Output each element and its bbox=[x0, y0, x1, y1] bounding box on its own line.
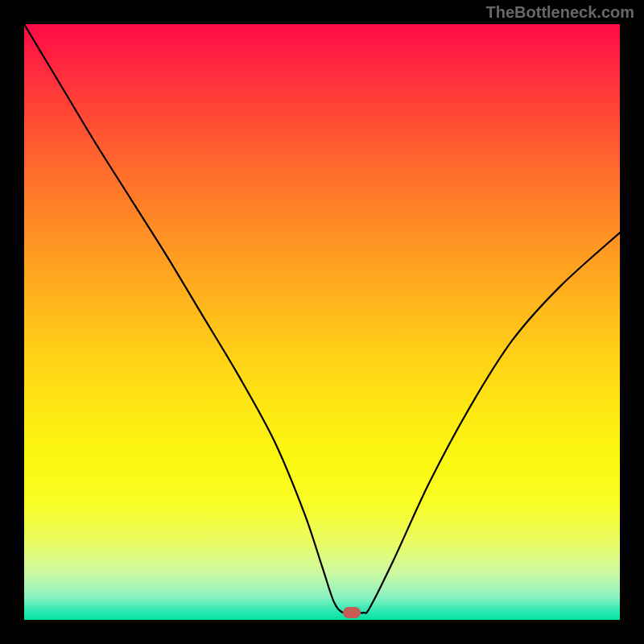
watermark-text: TheBottleneck.com bbox=[486, 3, 634, 22]
chart-container: TheBottleneck.com bbox=[0, 0, 644, 644]
plot-area bbox=[24, 24, 620, 620]
curve-svg bbox=[24, 24, 620, 620]
data-curve bbox=[24, 24, 620, 613]
optimum-marker bbox=[343, 607, 361, 618]
